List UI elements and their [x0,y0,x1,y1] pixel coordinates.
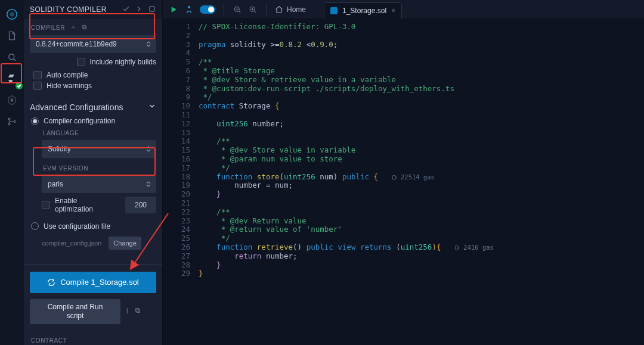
file-type-icon [330,7,338,14]
enable-optimization-label: Enable optimization [55,197,109,214]
panel-title: SOLIDITY COMPILER [30,5,107,14]
compiler-panel: SOLIDITY COMPILER COMPILER 0.8.24+commit… [24,0,163,345]
chevron-down-icon [148,102,156,112]
svg-rect-14 [392,175,395,179]
debug-icon[interactable] [184,5,194,14]
auto-compile-checkbox[interactable] [33,71,42,79]
config-file-label: Use configuration file [44,222,110,231]
file-explorer-icon[interactable] [2,26,21,45]
zoom-in-icon[interactable] [248,5,258,14]
code-editor[interactable]: 1 2 3 4 5 6 7 8 9 10 11 12 13 14 15 16 1… [163,19,644,345]
gas-badge: 2410 gas [454,244,494,251]
hide-warnings-label: Hide warnings [47,82,92,90]
change-config-button[interactable]: Change [109,237,141,250]
svg-rect-8 [82,25,85,28]
compile-run-script-button[interactable]: Compile and Run script [30,299,120,324]
language-label: LANGUAGE [43,130,156,136]
remix-logo-icon[interactable] [2,5,21,24]
search-icon[interactable] [2,48,21,67]
panel-header: SOLIDITY COMPILER [24,0,162,19]
line-gutter: 1 2 3 4 5 6 7 8 9 10 11 12 13 14 15 16 1… [163,23,196,345]
deploy-run-icon[interactable] [2,91,21,110]
evm-version-select[interactable]: paris [42,175,156,193]
activity-bar [0,0,24,345]
svg-rect-10 [135,309,139,312]
svg-point-3 [8,118,10,120]
compiler-version-select[interactable]: 0.8.24+commit.e11b9ed9 [30,35,156,53]
config-file-name: compiler_config.json [42,240,101,247]
copy-icon[interactable] [134,307,141,316]
compile-success-badge [16,82,23,89]
svg-rect-9 [137,309,140,313]
tab-label: 1_Storage.sol [342,7,386,15]
panel-next-icon[interactable] [135,5,143,15]
script-toggle[interactable] [200,5,215,14]
compiler-label: COMPILER [31,24,156,32]
evm-label: EVM VERSION [43,165,156,172]
svg-point-4 [8,123,10,125]
nightly-label: Include nightly builds [90,58,156,66]
hide-warnings-checkbox[interactable] [33,82,42,90]
run-icon[interactable] [169,5,178,14]
home-button[interactable]: Home [275,5,306,14]
debugger-icon[interactable] [2,112,21,131]
svg-point-2 [9,54,14,60]
topbar: Home 1_Storage.sol × [163,0,644,19]
solidity-compiler-icon[interactable] [2,69,21,88]
svg-rect-6 [150,6,154,11]
close-icon[interactable]: × [391,7,395,15]
copy-compiler-icon[interactable] [81,24,88,32]
tab-storage[interactable]: 1_Storage.sol × [324,2,402,19]
add-compiler-icon[interactable] [70,24,76,32]
config-file-radio[interactable] [31,222,39,230]
compiler-config-label: Compiler configuration [44,117,115,125]
enable-optimization-checkbox[interactable] [42,201,50,209]
panel-link-icon[interactable] [148,5,156,15]
auto-compile-label: Auto compile [47,71,88,79]
compiler-config-radio[interactable] [31,117,39,125]
info-icon[interactable]: i [126,307,128,316]
svg-point-1 [10,12,14,16]
language-select[interactable]: Solidity [42,140,156,158]
nightly-checkbox[interactable] [77,58,85,66]
panel-check-icon [122,5,130,15]
svg-point-5 [14,121,16,123]
compile-button[interactable]: Compile 1_Storage.sol [30,272,156,293]
contract-label: CONTRACT [31,337,156,344]
svg-rect-15 [456,245,459,250]
evm-version-value: paris [48,180,63,188]
editor-area: Home 1_Storage.sol × 1 2 3 4 5 6 7 8 9 1… [163,0,644,345]
svg-rect-7 [83,26,86,29]
code-content: // SPDX-License-Identifier: GPL-3.0 prag… [196,23,644,345]
language-value: Solidity [48,145,71,153]
svg-point-11 [188,6,190,8]
optimization-runs-input[interactable]: 200 [125,197,156,213]
zoom-out-icon[interactable] [233,5,242,14]
compiler-version-value: 0.8.24+commit.e11b9ed9 [36,40,117,48]
runs-value: 200 [135,201,147,209]
compile-button-label: Compile 1_Storage.sol [60,278,139,287]
advanced-config-header[interactable]: Advanced Configurations [30,102,156,112]
gas-badge: 22514 gas [392,173,435,181]
